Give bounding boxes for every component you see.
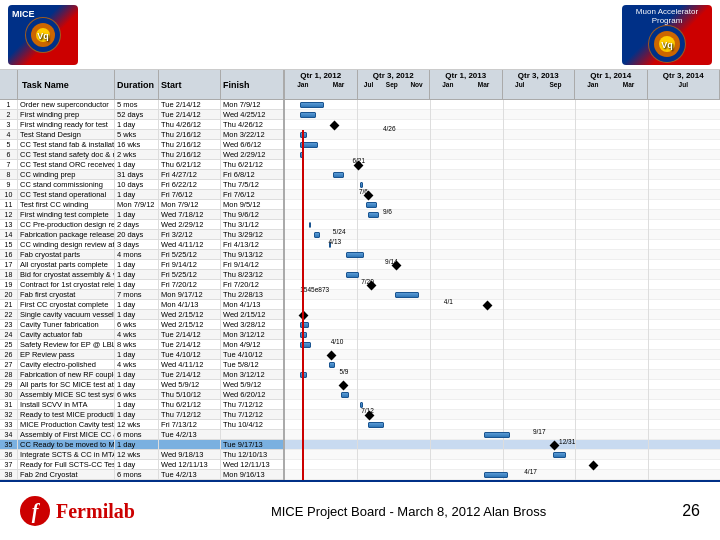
grid-line [430,100,431,480]
muon-logo: Muon Accelerator Program Vq [622,5,712,65]
row-finish: Mon 4/1/13 [221,300,283,309]
month-label: Mar [478,81,490,88]
row-duration: 4 wks [115,360,159,369]
table-row: 33 MICE Production Cavity test in MTA 12… [0,420,283,430]
gantt-annotation: 7/12 [361,407,374,414]
gantt-quarter: Qtr 1, 2012 JanMar [285,70,358,99]
row-task-name: Fabrication of new RF couplers [18,370,115,379]
row-task-name: MICE Production Cavity test in MTA [18,420,115,429]
row-num: 25 [0,340,18,349]
fermilab-name: Fermilab [56,500,135,523]
table-row: 20 Fab first cryostat 7 mons Mon 9/17/12… [0,290,283,300]
table-row: 1 Order new superconductor 5 mos Tue 2/1… [0,100,283,110]
gantt-annotation: 9/14 [385,258,398,265]
row-duration: 8 wks [115,340,159,349]
gantt-annotation: 4/1 [444,298,453,305]
row-finish: Mon 7/9/12 [221,100,283,109]
row-duration: Mon 7/9/12 [115,200,159,209]
row-task-name: First winding ready for test [18,120,115,129]
row-start: Wed 2/29/12 [159,220,221,229]
row-finish: Wed 6/6/12 [221,140,283,149]
gantt-annotation: 4/13 [329,238,342,245]
month-label: Sep [550,81,562,88]
row-finish: Thu 7/5/12 [221,180,283,189]
svg-text:Vq: Vq [37,31,49,41]
row-duration: 1 day [115,190,159,199]
row-start: Thu 7/12/12 [159,410,221,419]
table-row: 32 Ready to test MICE production cavity … [0,410,283,420]
gantt-bar [300,112,315,118]
gantt-quarter: Qtr 3, 2012 JulSepNov [358,70,431,99]
table-row: 36 Integrate SCTS & CC in MTA 12 wks Wed… [0,450,283,460]
table-row: 23 Cavity Tuner fabrication 6 wks Wed 2/… [0,320,283,330]
gantt-bar [314,232,321,238]
row-finish: Mon 9/16/13 [221,470,283,479]
row-task-name: Cavity electro-polished [18,360,115,369]
row-finish: Mon 4/9/12 [221,340,283,349]
row-start: Fri 7/13/12 [159,420,221,429]
table-row: 13 CC Pre-production design review 2 day… [0,220,283,230]
row-duration: 3 days [115,240,159,249]
row-task-name: CC stand commissioning [18,180,115,189]
row-duration: 2 days [115,220,159,229]
row-duration: 6 wks [115,390,159,399]
row-num: 7 [0,160,18,169]
row-task-name: Assembly MICE SC test system [18,390,115,399]
gantt-bars-area: 4/266/217/69/65/244/139/147/201545e8734/… [285,100,720,480]
row-num: 37 [0,460,18,469]
table-row: 15 CC winding design review at Qi Huan 3… [0,240,283,250]
row-start: Wed 7/18/12 [159,210,221,219]
row-task-name: EP Review pass [18,350,115,359]
gantt-annotation: 7/20 [361,278,374,285]
row-finish: Wed 6/20/12 [221,390,283,399]
gantt-chart: Qtr 1, 2012 JanMarQtr 3, 2012 JulSepNovQ… [285,70,720,480]
gantt-annotation: 1545e873 [300,286,329,293]
table-row: 35 CC Ready to be moved to MTA 1 day Tue… [0,440,283,450]
table-row: 31 Install SCVV in MTA 1 day Thu 6/21/12… [0,400,283,410]
row-duration: 1 day [115,460,159,469]
row-duration: 1 day [115,380,159,389]
row-duration: 10 days [115,180,159,189]
table-row: 26 EP Review pass 1 day Tue 4/10/12 Tue … [0,350,283,360]
col-finish: Finish [221,70,283,99]
quarter-label: Qtr 3, 2014 [663,71,704,80]
row-num: 34 [0,430,18,439]
table-row: 22 Single cavity vacuum vessel at FNAL 1… [0,310,283,320]
row-start: Fri 7/6/12 [159,190,221,199]
row-duration: 31 days [115,170,159,179]
row-start: Thu 4/26/12 [159,120,221,129]
row-finish [221,430,283,439]
row-num: 17 [0,260,18,269]
row-task-name: Safety Review for EP @ LBL [18,340,115,349]
footer-page: 26 [682,502,700,520]
row-task-name: CC Ready to be moved to MTA [18,440,115,449]
row-finish: Thu 10/4/12 [221,420,283,429]
row-task-name: All cryostat parts complete [18,260,115,269]
table-row: 24 Cavity actuator fab 4 wks Tue 2/14/12… [0,330,283,340]
row-finish: Mon 3/12/12 [221,370,283,379]
row-num: 13 [0,220,18,229]
quarter-label: Qtr 3, 2013 [518,71,559,80]
row-duration: 1 day [115,370,159,379]
gantt-annotation: 6/21 [352,157,365,164]
svg-text:Vq: Vq [661,40,673,50]
row-num: 8 [0,170,18,179]
row-start: Wed 12/11/13 [159,460,221,469]
gantt-header: Qtr 1, 2012 JanMarQtr 3, 2012 JulSepNovQ… [285,70,720,100]
table-row: 28 Fabrication of new RF couplers 1 day … [0,370,283,380]
task-rows: 1 Order new superconductor 5 mos Tue 2/1… [0,100,283,480]
row-task-name: Bid for cryostat assembly & vac test [18,270,115,279]
quarter-label: Qtr 3, 2012 [373,71,414,80]
row-task-name: Fab cryostat parts [18,250,115,259]
table-row: 8 CC winding prep 31 days Fri 4/27/12 Fr… [0,170,283,180]
row-finish: Thu 3/29/12 [221,230,283,239]
row-duration: 5 wks [115,130,159,139]
row-task-name: CC Test stand safety doc & review [18,150,115,159]
table-row: 19 Contract for 1st cryostat released 1 … [0,280,283,290]
row-start: Thu 5/10/12 [159,390,221,399]
row-task-name: Fab first cryostat [18,290,115,299]
row-duration: 4 mons [115,250,159,259]
row-num: 35 [0,440,18,449]
row-task-name: Fab 2nd Cryostat [18,470,115,479]
month-label: Jan [297,81,308,88]
